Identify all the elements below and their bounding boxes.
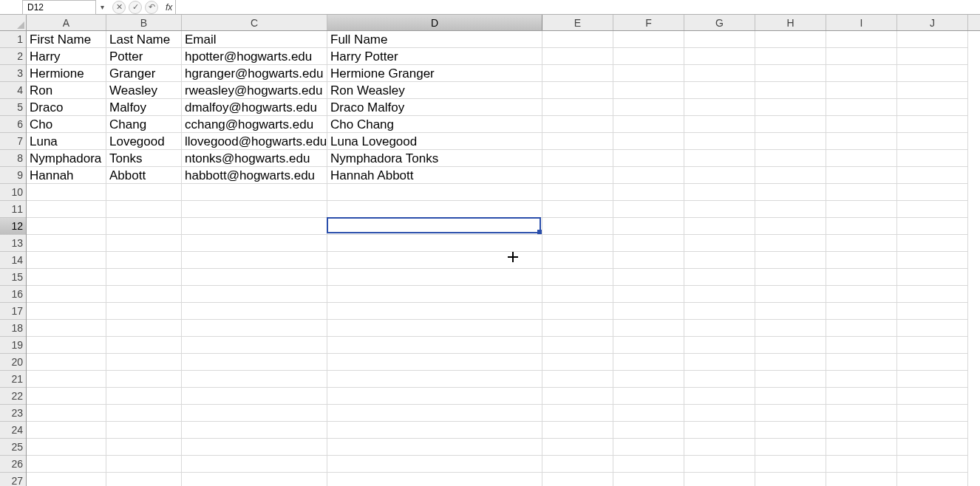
cell-E5[interactable] — [542, 99, 613, 116]
cell-F2[interactable] — [613, 48, 684, 65]
row-header-8[interactable]: 8 — [0, 150, 26, 167]
cell-C12[interactable] — [182, 218, 327, 235]
cell-F18[interactable] — [613, 320, 684, 337]
cell-G20[interactable] — [684, 354, 755, 371]
cell-D16[interactable] — [327, 286, 542, 303]
cell-F13[interactable] — [613, 235, 684, 252]
cell-C8[interactable]: ntonks@hogwarts.edu — [182, 150, 327, 167]
column-header-H[interactable]: H — [755, 15, 826, 30]
row-header-13[interactable]: 13 — [0, 235, 26, 252]
cell-I11[interactable] — [826, 201, 897, 218]
cell-C25[interactable] — [182, 439, 327, 456]
cell-H25[interactable] — [755, 439, 826, 456]
cell-J26[interactable] — [897, 456, 968, 473]
cell-G16[interactable] — [684, 286, 755, 303]
cell-A26[interactable] — [27, 456, 106, 473]
cell-B17[interactable] — [106, 303, 182, 320]
cell-H14[interactable] — [755, 252, 826, 269]
cell-G14[interactable] — [684, 252, 755, 269]
column-header-J[interactable]: J — [897, 15, 968, 30]
cell-G21[interactable] — [684, 371, 755, 388]
confirm-icon[interactable]: ✓ — [129, 1, 142, 14]
cell-E1[interactable] — [542, 31, 613, 48]
cell-J12[interactable] — [897, 218, 968, 235]
cell-B21[interactable] — [106, 371, 182, 388]
cell-E17[interactable] — [542, 303, 613, 320]
cell-F15[interactable] — [613, 269, 684, 286]
cell-G13[interactable] — [684, 235, 755, 252]
cell-I18[interactable] — [826, 320, 897, 337]
row-header-7[interactable]: 7 — [0, 133, 26, 150]
cell-H27[interactable] — [755, 473, 826, 486]
cell-C24[interactable] — [182, 422, 327, 439]
cell-D2[interactable]: Harry Potter — [327, 48, 542, 65]
cell-G22[interactable] — [684, 388, 755, 405]
cell-I1[interactable] — [826, 31, 897, 48]
cell-D6[interactable]: Cho Chang — [327, 116, 542, 133]
cell-I24[interactable] — [826, 422, 897, 439]
cell-H4[interactable] — [755, 82, 826, 99]
cell-F26[interactable] — [613, 456, 684, 473]
cell-G5[interactable] — [684, 99, 755, 116]
cell-A19[interactable] — [27, 337, 106, 354]
column-header-D[interactable]: D — [327, 15, 542, 30]
cell-E4[interactable] — [542, 82, 613, 99]
cell-H22[interactable] — [755, 388, 826, 405]
cell-F27[interactable] — [613, 473, 684, 486]
cell-A20[interactable] — [27, 354, 106, 371]
row-header-20[interactable]: 20 — [0, 354, 26, 371]
cell-J10[interactable] — [897, 184, 968, 201]
cell-B14[interactable] — [106, 252, 182, 269]
cell-G25[interactable] — [684, 439, 755, 456]
cell-I26[interactable] — [826, 456, 897, 473]
cell-E12[interactable] — [542, 218, 613, 235]
cell-C20[interactable] — [182, 354, 327, 371]
cell-A1[interactable]: First Name — [27, 31, 106, 48]
cell-C26[interactable] — [182, 456, 327, 473]
cell-E7[interactable] — [542, 133, 613, 150]
cell-J3[interactable] — [897, 65, 968, 82]
cell-F19[interactable] — [613, 337, 684, 354]
row-header-10[interactable]: 10 — [0, 184, 26, 201]
cell-J22[interactable] — [897, 388, 968, 405]
cell-I15[interactable] — [826, 269, 897, 286]
select-all-corner[interactable] — [0, 15, 27, 31]
cell-J20[interactable] — [897, 354, 968, 371]
cell-H21[interactable] — [755, 371, 826, 388]
cell-E26[interactable] — [542, 456, 613, 473]
cell-E10[interactable] — [542, 184, 613, 201]
cell-E15[interactable] — [542, 269, 613, 286]
cell-D9[interactable]: Hannah Abbott — [327, 167, 542, 184]
row-header-12[interactable]: 12 — [0, 218, 26, 235]
cell-H15[interactable] — [755, 269, 826, 286]
cell-E20[interactable] — [542, 354, 613, 371]
row-header-14[interactable]: 14 — [0, 252, 26, 269]
cell-A27[interactable] — [27, 473, 106, 486]
cell-G19[interactable] — [684, 337, 755, 354]
cell-I23[interactable] — [826, 405, 897, 422]
cell-J18[interactable] — [897, 320, 968, 337]
cell-G24[interactable] — [684, 422, 755, 439]
cell-F6[interactable] — [613, 116, 684, 133]
cell-B15[interactable] — [106, 269, 182, 286]
cell-H10[interactable] — [755, 184, 826, 201]
cell-I22[interactable] — [826, 388, 897, 405]
cell-D8[interactable]: Nymphadora Tonks — [327, 150, 542, 167]
cell-B10[interactable] — [106, 184, 182, 201]
cell-E23[interactable] — [542, 405, 613, 422]
cell-I19[interactable] — [826, 337, 897, 354]
cell-G7[interactable] — [684, 133, 755, 150]
cell-J13[interactable] — [897, 235, 968, 252]
fx-label[interactable]: fx — [163, 2, 175, 13]
row-header-23[interactable]: 23 — [0, 405, 26, 422]
cell-H6[interactable] — [755, 116, 826, 133]
cell-C2[interactable]: hpotter@hogwarts.edu — [182, 48, 327, 65]
cell-J25[interactable] — [897, 439, 968, 456]
cell-H13[interactable] — [755, 235, 826, 252]
row-header-25[interactable]: 25 — [0, 439, 26, 456]
cell-F9[interactable] — [613, 167, 684, 184]
row-header-18[interactable]: 18 — [0, 320, 26, 337]
cell-C21[interactable] — [182, 371, 327, 388]
cell-G8[interactable] — [684, 150, 755, 167]
cell-H23[interactable] — [755, 405, 826, 422]
